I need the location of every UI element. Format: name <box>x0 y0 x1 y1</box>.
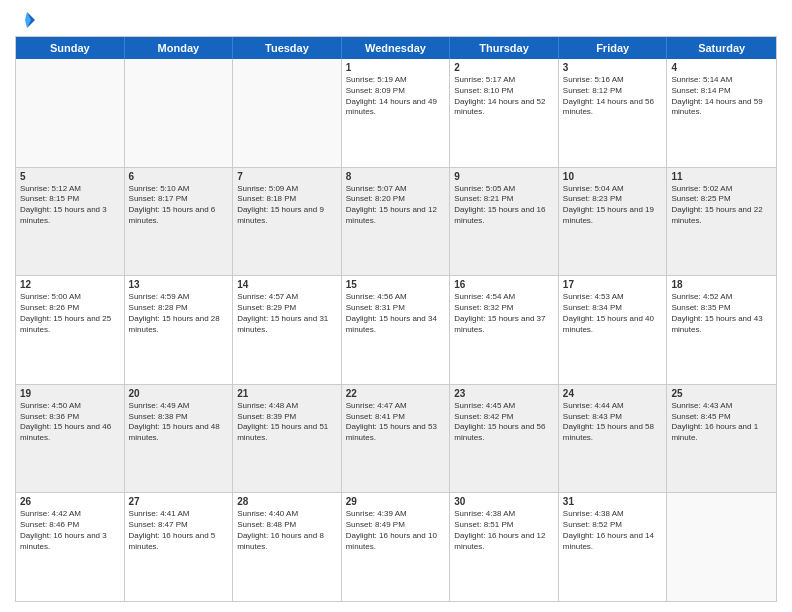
empty-cell <box>16 59 125 167</box>
day-number: 29 <box>346 496 446 507</box>
weekday-header-wednesday: Wednesday <box>342 37 451 59</box>
day-cell-21: 21Sunrise: 4:48 AMSunset: 8:39 PMDayligh… <box>233 385 342 493</box>
day-cell-18: 18Sunrise: 4:52 AMSunset: 8:35 PMDayligh… <box>667 276 776 384</box>
day-info: Sunrise: 5:02 AMSunset: 8:25 PMDaylight:… <box>671 184 772 227</box>
day-info: Sunrise: 4:48 AMSunset: 8:39 PMDaylight:… <box>237 401 337 444</box>
weekday-header-sunday: Sunday <box>16 37 125 59</box>
day-number: 12 <box>20 279 120 290</box>
day-info: Sunrise: 5:10 AMSunset: 8:17 PMDaylight:… <box>129 184 229 227</box>
logo <box>15 10 37 30</box>
day-info: Sunrise: 5:14 AMSunset: 8:14 PMDaylight:… <box>671 75 772 118</box>
calendar-week-1: 1Sunrise: 5:19 AMSunset: 8:09 PMDaylight… <box>16 59 776 168</box>
day-cell-14: 14Sunrise: 4:57 AMSunset: 8:29 PMDayligh… <box>233 276 342 384</box>
day-number: 24 <box>563 388 663 399</box>
day-cell-27: 27Sunrise: 4:41 AMSunset: 8:47 PMDayligh… <box>125 493 234 601</box>
day-info: Sunrise: 4:38 AMSunset: 8:52 PMDaylight:… <box>563 509 663 552</box>
day-info: Sunrise: 4:44 AMSunset: 8:43 PMDaylight:… <box>563 401 663 444</box>
day-number: 21 <box>237 388 337 399</box>
day-number: 25 <box>671 388 772 399</box>
day-info: Sunrise: 5:04 AMSunset: 8:23 PMDaylight:… <box>563 184 663 227</box>
day-number: 10 <box>563 171 663 182</box>
day-cell-17: 17Sunrise: 4:53 AMSunset: 8:34 PMDayligh… <box>559 276 668 384</box>
day-info: Sunrise: 4:39 AMSunset: 8:49 PMDaylight:… <box>346 509 446 552</box>
day-info: Sunrise: 4:57 AMSunset: 8:29 PMDaylight:… <box>237 292 337 335</box>
day-info: Sunrise: 4:43 AMSunset: 8:45 PMDaylight:… <box>671 401 772 444</box>
day-number: 17 <box>563 279 663 290</box>
day-info: Sunrise: 4:59 AMSunset: 8:28 PMDaylight:… <box>129 292 229 335</box>
day-number: 14 <box>237 279 337 290</box>
day-number: 6 <box>129 171 229 182</box>
day-number: 3 <box>563 62 663 73</box>
day-number: 18 <box>671 279 772 290</box>
day-number: 1 <box>346 62 446 73</box>
day-info: Sunrise: 4:47 AMSunset: 8:41 PMDaylight:… <box>346 401 446 444</box>
day-number: 15 <box>346 279 446 290</box>
header <box>15 10 777 30</box>
day-number: 4 <box>671 62 772 73</box>
logo-icon <box>17 10 37 30</box>
day-cell-19: 19Sunrise: 4:50 AMSunset: 8:36 PMDayligh… <box>16 385 125 493</box>
weekday-header-saturday: Saturday <box>667 37 776 59</box>
day-info: Sunrise: 4:42 AMSunset: 8:46 PMDaylight:… <box>20 509 120 552</box>
day-cell-16: 16Sunrise: 4:54 AMSunset: 8:32 PMDayligh… <box>450 276 559 384</box>
weekday-header-friday: Friday <box>559 37 668 59</box>
weekday-header-thursday: Thursday <box>450 37 559 59</box>
day-info: Sunrise: 5:16 AMSunset: 8:12 PMDaylight:… <box>563 75 663 118</box>
day-cell-20: 20Sunrise: 4:49 AMSunset: 8:38 PMDayligh… <box>125 385 234 493</box>
day-cell-13: 13Sunrise: 4:59 AMSunset: 8:28 PMDayligh… <box>125 276 234 384</box>
calendar-week-2: 5Sunrise: 5:12 AMSunset: 8:15 PMDaylight… <box>16 168 776 277</box>
calendar-body: 1Sunrise: 5:19 AMSunset: 8:09 PMDaylight… <box>16 59 776 601</box>
day-info: Sunrise: 4:38 AMSunset: 8:51 PMDaylight:… <box>454 509 554 552</box>
day-cell-15: 15Sunrise: 4:56 AMSunset: 8:31 PMDayligh… <box>342 276 451 384</box>
day-cell-28: 28Sunrise: 4:40 AMSunset: 8:48 PMDayligh… <box>233 493 342 601</box>
calendar-week-5: 26Sunrise: 4:42 AMSunset: 8:46 PMDayligh… <box>16 493 776 601</box>
calendar: SundayMondayTuesdayWednesdayThursdayFrid… <box>15 36 777 602</box>
empty-cell <box>233 59 342 167</box>
day-info: Sunrise: 4:41 AMSunset: 8:47 PMDaylight:… <box>129 509 229 552</box>
day-number: 23 <box>454 388 554 399</box>
day-cell-23: 23Sunrise: 4:45 AMSunset: 8:42 PMDayligh… <box>450 385 559 493</box>
day-cell-5: 5Sunrise: 5:12 AMSunset: 8:15 PMDaylight… <box>16 168 125 276</box>
day-info: Sunrise: 5:17 AMSunset: 8:10 PMDaylight:… <box>454 75 554 118</box>
day-cell-1: 1Sunrise: 5:19 AMSunset: 8:09 PMDaylight… <box>342 59 451 167</box>
day-number: 27 <box>129 496 229 507</box>
day-cell-11: 11Sunrise: 5:02 AMSunset: 8:25 PMDayligh… <box>667 168 776 276</box>
day-info: Sunrise: 4:53 AMSunset: 8:34 PMDaylight:… <box>563 292 663 335</box>
day-cell-29: 29Sunrise: 4:39 AMSunset: 8:49 PMDayligh… <box>342 493 451 601</box>
empty-cell <box>125 59 234 167</box>
day-number: 5 <box>20 171 120 182</box>
day-info: Sunrise: 5:19 AMSunset: 8:09 PMDaylight:… <box>346 75 446 118</box>
day-number: 19 <box>20 388 120 399</box>
day-cell-9: 9Sunrise: 5:05 AMSunset: 8:21 PMDaylight… <box>450 168 559 276</box>
day-cell-4: 4Sunrise: 5:14 AMSunset: 8:14 PMDaylight… <box>667 59 776 167</box>
day-cell-3: 3Sunrise: 5:16 AMSunset: 8:12 PMDaylight… <box>559 59 668 167</box>
day-cell-7: 7Sunrise: 5:09 AMSunset: 8:18 PMDaylight… <box>233 168 342 276</box>
day-cell-25: 25Sunrise: 4:43 AMSunset: 8:45 PMDayligh… <box>667 385 776 493</box>
day-number: 13 <box>129 279 229 290</box>
day-info: Sunrise: 4:49 AMSunset: 8:38 PMDaylight:… <box>129 401 229 444</box>
day-info: Sunrise: 4:52 AMSunset: 8:35 PMDaylight:… <box>671 292 772 335</box>
day-info: Sunrise: 4:50 AMSunset: 8:36 PMDaylight:… <box>20 401 120 444</box>
day-info: Sunrise: 5:00 AMSunset: 8:26 PMDaylight:… <box>20 292 120 335</box>
day-cell-8: 8Sunrise: 5:07 AMSunset: 8:20 PMDaylight… <box>342 168 451 276</box>
calendar-header: SundayMondayTuesdayWednesdayThursdayFrid… <box>16 37 776 59</box>
day-cell-31: 31Sunrise: 4:38 AMSunset: 8:52 PMDayligh… <box>559 493 668 601</box>
day-cell-24: 24Sunrise: 4:44 AMSunset: 8:43 PMDayligh… <box>559 385 668 493</box>
day-cell-10: 10Sunrise: 5:04 AMSunset: 8:23 PMDayligh… <box>559 168 668 276</box>
weekday-header-tuesday: Tuesday <box>233 37 342 59</box>
day-cell-30: 30Sunrise: 4:38 AMSunset: 8:51 PMDayligh… <box>450 493 559 601</box>
day-number: 11 <box>671 171 772 182</box>
day-info: Sunrise: 5:07 AMSunset: 8:20 PMDaylight:… <box>346 184 446 227</box>
day-cell-6: 6Sunrise: 5:10 AMSunset: 8:17 PMDaylight… <box>125 168 234 276</box>
day-number: 26 <box>20 496 120 507</box>
day-cell-26: 26Sunrise: 4:42 AMSunset: 8:46 PMDayligh… <box>16 493 125 601</box>
day-cell-12: 12Sunrise: 5:00 AMSunset: 8:26 PMDayligh… <box>16 276 125 384</box>
day-number: 8 <box>346 171 446 182</box>
day-cell-2: 2Sunrise: 5:17 AMSunset: 8:10 PMDaylight… <box>450 59 559 167</box>
day-info: Sunrise: 4:45 AMSunset: 8:42 PMDaylight:… <box>454 401 554 444</box>
weekday-header-monday: Monday <box>125 37 234 59</box>
day-number: 7 <box>237 171 337 182</box>
day-number: 9 <box>454 171 554 182</box>
day-number: 20 <box>129 388 229 399</box>
day-info: Sunrise: 4:40 AMSunset: 8:48 PMDaylight:… <box>237 509 337 552</box>
